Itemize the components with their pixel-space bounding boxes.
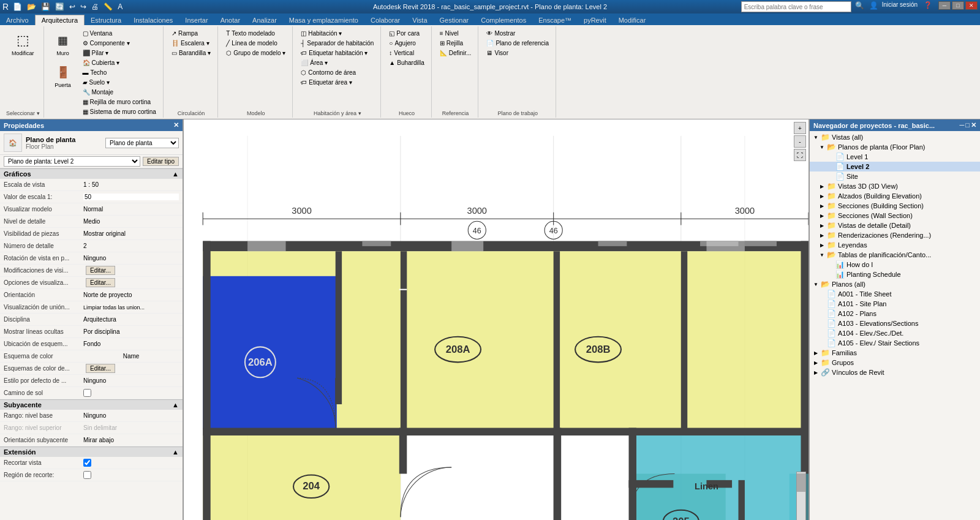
btn-rejilla-muro[interactable]: ▦ Rejilla de muro cortina [80,97,159,107]
qat-open[interactable]: 📂 [25,2,38,12]
tree-tablas[interactable]: ▼ 📂 Tablas de planificación/Canto... [810,250,980,260]
btn-contorno-area[interactable]: ⬡ Contorno de área [298,68,377,77]
btn-pilar[interactable]: ⬛ Pilar ▾ [80,48,159,58]
edit-type-btn[interactable]: Editar tipo [143,157,179,166]
tree-planos-planta[interactable]: ▼ 📂 Planos de planta (Floor Plan) [810,142,980,152]
minimize-btn[interactable]: ─ [938,1,951,10]
tab-anotar[interactable]: Anotar [214,15,246,25]
btn-escalera[interactable]: 🪜 Escalera ▾ [168,39,214,48]
tab-enscape[interactable]: Enscape™ [532,15,578,25]
tree-a101[interactable]: 📄 A101 - Site Plan [810,299,980,309]
tree-a104[interactable]: 📄 A104 - Elev./Sec./Det. [810,328,980,338]
v-scrollthumb[interactable] [797,473,805,492]
zoom-out-btn[interactable]: - [794,135,806,148]
tree-a001[interactable]: 📄 A001 - Title Sheet [810,289,980,299]
btn-componente[interactable]: ⚙ Componente ▾ [80,39,159,48]
pan-btn[interactable]: ⛶ [794,149,806,161]
user-icon[interactable]: 👤 [869,1,878,12]
tab-insertar[interactable]: Insertar [179,15,214,25]
section-extension-expand[interactable]: ▲ [172,448,179,456]
btn-mostrar[interactable]: 👁 Mostrar [483,29,552,38]
tab-arquitectura[interactable]: Arquitectura [35,15,85,25]
nav-close-btn[interactable]: ✕ [971,121,976,129]
tree-vistas-detalle[interactable]: ▶ 📁 Vistas de detalle (Detail) [810,220,980,230]
qat-sync[interactable]: 🔄 [53,2,66,12]
btn-rejilla[interactable]: ⊞ Rejilla [437,39,475,48]
btn-suelo[interactable]: ▰ Suelo ▾ [80,78,159,87]
nav-min-btn[interactable]: ─ [960,121,965,129]
btn-buhardilla[interactable]: ▲ Buhardilla [386,58,427,67]
tree-a105[interactable]: 📄 A105 - Elev./ Stair Sections [810,338,980,348]
tab-estructura[interactable]: Estructura [85,15,127,25]
help-icon[interactable]: ❓ [924,1,932,12]
btn-barandilla[interactable]: ▭ Barandilla ▾ [168,48,214,58]
btn-puerta[interactable]: 🚪 Puerta [49,59,77,91]
search-icon[interactable]: 🔍 [855,1,864,12]
btn-ventana[interactable]: ▢ Ventana [80,29,159,38]
tree-a103[interactable]: 📄 A103 - Elevations/Sections [810,318,980,328]
btn-definir[interactable]: 📐 Definir... [437,48,475,58]
qat-undo[interactable]: ↩ [67,2,77,12]
tab-vista[interactable]: Vista [406,15,433,25]
tree-vistas-all[interactable]: ▼ 📁 Vistas (all) [810,132,980,142]
btn-nivel[interactable]: ≡ Nivel [437,29,475,38]
btn-muro[interactable]: ▦ Muro [49,28,77,59]
btn-texto-modelado[interactable]: T Texto modelado [223,29,288,38]
tree-level2[interactable]: 📄 Level 2 [810,162,980,171]
zoom-in-btn[interactable]: + [794,122,806,134]
btn-techo[interactable]: ▬ Techo [80,68,159,77]
prop-valor-escala-input[interactable] [83,194,179,200]
btn-agujero[interactable]: ○ Agujero [386,39,427,48]
prop-type-dropdown[interactable]: Plano de planta [105,138,179,148]
section-subyacente-expand[interactable]: ▲ [172,401,179,409]
checkbox-camino-sol[interactable] [83,389,91,397]
btn-montaje[interactable]: 🔧 Montaje [80,88,159,97]
tab-modificar[interactable]: Modificar [612,15,652,25]
search-input[interactable] [741,1,851,12]
btn-rampa[interactable]: ↗ Rampa [168,29,214,38]
btn-editar-esquemas[interactable]: Editar... [86,364,115,373]
v-scrollbar[interactable] [796,472,806,520]
tree-vistas-3d[interactable]: ▶ 📁 Vistas 3D (3D View) [810,181,980,191]
qat-print[interactable]: 🖨 [89,2,100,12]
qat-save[interactable]: 💾 [39,2,52,12]
qat-text[interactable]: A [116,2,124,12]
btn-etiquetar-habitacion[interactable]: 🏷 Etiquetar habitación ▾ [298,48,377,58]
tree-renderizaciones[interactable]: ▶ 📁 Renderizaciones (Rendering...) [810,230,980,240]
btn-editar-modificaciones[interactable]: Editar... [86,266,115,275]
btn-habitacion[interactable]: ◫ Habitación ▾ [298,29,377,38]
btn-vertical[interactable]: ↕ Vertical [386,48,427,58]
btn-grupo-modelo[interactable]: ⬡ Grupo de modelo ▾ [223,48,288,58]
tree-familias[interactable]: ▶ 📁 Familias [810,348,980,358]
tab-complementos[interactable]: Complementos [475,15,532,25]
btn-separador[interactable]: ┤ Separador de habitación [298,39,377,48]
close-btn[interactable]: ✕ [965,1,978,10]
nav-max-btn[interactable]: □ [965,121,970,129]
tree-grupos[interactable]: ▶ 📁 Grupos [810,358,980,367]
tree-secciones-wall[interactable]: ▶ 📁 Secciones (Wall Section) [810,211,980,220]
tab-gestionar[interactable]: Gestionar [434,15,475,25]
btn-linea-modelo[interactable]: ╱ Línea de modelo [223,39,288,48]
btn-sistema-muro[interactable]: ▦ Sistema de muro cortina [80,107,159,116]
tree-secciones-building[interactable]: ▶ 📁 Secciones (Building Section) [810,201,980,211]
btn-plano-referencia[interactable]: 📄 Plano de referencia [483,39,552,48]
tree-vinculos[interactable]: ▶ 🔗 Vínculos de Revit [810,367,980,377]
canvas-area[interactable]: 3000 3000 3000 46 46 [184,119,809,520]
qat-redo[interactable]: ↪ [78,2,88,12]
tab-analizar[interactable]: Analizar [246,15,283,25]
tree-planting-schedule[interactable]: 📊 Planting Schedule [810,269,980,279]
btn-etiquetar-area[interactable]: 🏷 Etiquetar área ▾ [298,78,377,87]
section-graficos-expand[interactable]: ▲ [172,170,179,178]
qat-measure[interactable]: 📏 [102,2,115,12]
tree-how-do-i[interactable]: 📊 How do I [810,260,980,269]
btn-area[interactable]: ⬜ Área ▾ [298,58,377,67]
tree-site[interactable]: 📄 Site [810,171,980,181]
qat-new[interactable]: 📄 [11,2,24,12]
maximize-btn[interactable]: □ [952,1,964,10]
checkbox-region-recorte[interactable] [83,471,91,479]
tab-archivo[interactable]: Archivo [0,15,35,25]
props-close[interactable]: ✕ [173,121,179,129]
signin-btn[interactable]: Iniciar sesión [882,1,918,12]
btn-cubierta[interactable]: 🏠 Cubierta ▾ [80,58,159,67]
tab-colaborar[interactable]: Colaborar [364,15,406,25]
